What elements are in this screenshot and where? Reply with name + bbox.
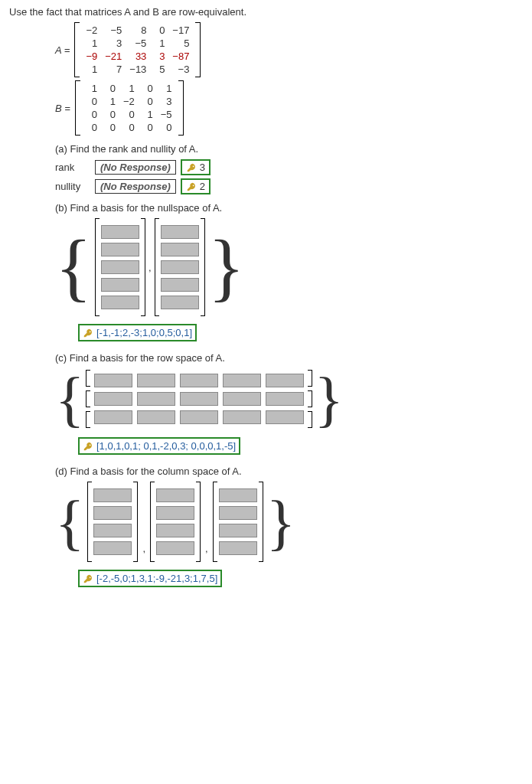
rank-answer: 3	[181, 159, 211, 175]
brace-right: }	[208, 240, 245, 294]
matrix-a-block: A = −2−580−17 13−515 −9−21333−87 17−135−…	[55, 22, 523, 77]
nullity-input[interactable]: (No Response)	[95, 179, 176, 194]
key-icon	[83, 441, 93, 452]
vec-input-3[interactable]	[213, 482, 263, 562]
vec-input-2[interactable]	[150, 482, 201, 562]
rank-label: rank	[55, 162, 95, 173]
key-icon	[83, 328, 93, 338]
vec-input-1[interactable]	[87, 482, 138, 562]
nullity-row: nullity (No Response) 2	[55, 178, 523, 194]
matrix-a-row-3: 17−135−3	[82, 63, 193, 76]
key-icon	[186, 181, 197, 192]
key-icon	[186, 162, 197, 173]
part-b-prompt: (b) Find a basis for the nullspace of A.	[55, 202, 523, 214]
vec-input-2[interactable]	[155, 218, 205, 316]
nullity-answer: 2	[181, 178, 211, 194]
matrix-a-row-1: 13−515	[82, 37, 193, 50]
nullity-label: nullity	[55, 181, 95, 192]
matrix-b: 10101 01−203 0001−5 00000	[75, 80, 184, 136]
brace-right: }	[314, 377, 343, 420]
key-icon	[83, 573, 93, 584]
part-d-prompt: (d) Find a basis for the column space of…	[55, 466, 523, 477]
part-b-answer: [-1,-1;2,-3;1,0;0,5;0,1]	[78, 324, 197, 341]
part-c-answer: [1,0,1,0,1; 0,1,-2,0,3; 0,0,0,1,-5]	[78, 437, 240, 455]
nullspace-basis-input[interactable]: { , }	[55, 218, 523, 316]
instruction: Use the fact that matrices A and B are r…	[9, 6, 523, 18]
colspace-basis-input[interactable]: { , , }	[55, 482, 523, 562]
matrix-a: −2−580−17 13−515 −9−21333−87 17−135−3	[74, 22, 201, 77]
matrix-b-label: B =	[55, 103, 70, 114]
part-c-prompt: (c) Find a basis for the row space of A.	[55, 352, 523, 364]
matrix-a-label: A =	[55, 44, 70, 56]
rowspace-basis-input[interactable]: { }	[55, 368, 523, 430]
brace-left: {	[55, 501, 84, 544]
part-a-prompt: (a) Find the rank and nullity of A.	[55, 143, 523, 155]
rank-row: rank (No Response) 3	[55, 159, 523, 175]
matrix-b-block: B = 10101 01−203 0001−5 00000	[55, 80, 523, 136]
brace-left: {	[55, 377, 84, 420]
vec-input-1[interactable]	[95, 218, 145, 316]
rank-input[interactable]: (No Response)	[95, 160, 176, 175]
matrix-a-row-0: −2−580−17	[82, 24, 193, 37]
brace-left: {	[55, 240, 92, 294]
matrix-a-row-2: −9−21333−87	[82, 50, 193, 63]
brace-right: }	[266, 501, 295, 544]
part-d-answer: [-2,-5,0;1,3,1;-9,-21,3;1,7,5]	[78, 570, 222, 587]
